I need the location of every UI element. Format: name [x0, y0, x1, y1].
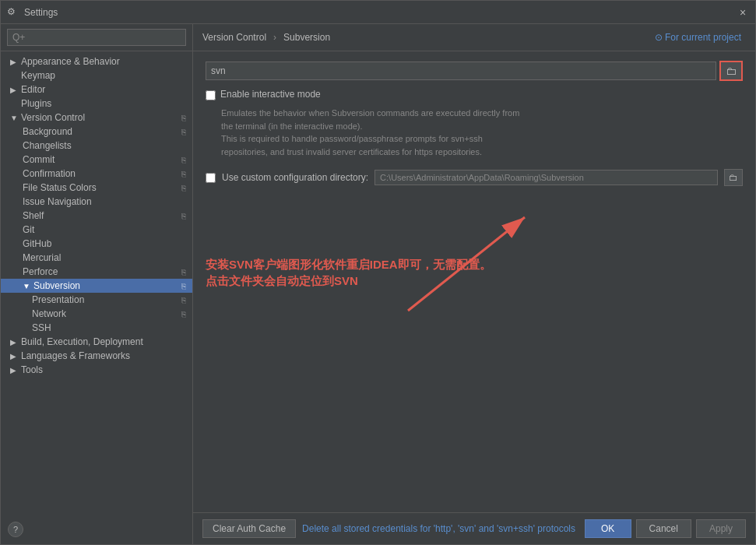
- sidebar-item-issue-navigation[interactable]: Issue Navigation: [1, 195, 192, 209]
- enable-interactive-row: Enable interactive mode: [206, 89, 743, 100]
- sidebar-item-languages-frameworks[interactable]: ▶ Languages & Frameworks: [1, 349, 192, 363]
- annotation-text: 安装SVN客户端图形化软件重启IDEA即可，无需配置。 点击文件夹会自动定位到S…: [206, 256, 491, 289]
- sidebar-item-changelists[interactable]: Changelists: [1, 139, 192, 153]
- sidebar-item-build-execution[interactable]: ▶ Build, Execution, Deployment: [1, 335, 192, 349]
- copy-icon: ⎘: [178, 210, 189, 221]
- help-area: ?: [8, 522, 23, 537]
- sidebar-item-version-control[interactable]: ▼ Version Control ⎘: [1, 111, 192, 125]
- breadcrumb-part1: Version Control: [202, 32, 266, 43]
- custom-config-input[interactable]: [374, 170, 718, 185]
- copy-icon: ⎘: [178, 126, 189, 137]
- copy-icon: ⎘: [178, 280, 189, 291]
- sidebar-item-github[interactable]: GitHub: [1, 237, 192, 251]
- dialog-actions: OK Cancel Apply: [585, 519, 746, 538]
- main-content-area: 🗀 Enable interactive mode Emulates the b…: [193, 51, 755, 512]
- sidebar: ▶ Appearance & Behavior Keymap ▶ Editor …: [1, 24, 193, 544]
- apply-button[interactable]: Apply: [696, 519, 746, 538]
- window-title: Settings: [24, 7, 737, 18]
- desc-line2: the terminal (in the interactive mode).: [221, 120, 743, 133]
- help-button[interactable]: ?: [8, 522, 23, 537]
- copy-icon: ⎘: [178, 294, 189, 305]
- annotation-line1: 安装SVN客户端图形化软件重启IDEA即可，无需配置。: [206, 256, 491, 272]
- sidebar-item-background[interactable]: Background ⎘: [1, 125, 192, 139]
- sidebar-tree: ▶ Appearance & Behavior Keymap ▶ Editor …: [1, 51, 192, 544]
- clear-cache-description: Delete all stored credentials for 'http'…: [302, 523, 575, 534]
- copy-icon: ⎘: [178, 266, 189, 277]
- custom-config-checkbox[interactable]: [206, 173, 216, 183]
- expand-arrow: ▶: [10, 338, 19, 346]
- sidebar-item-network[interactable]: Network ⎘: [1, 307, 192, 321]
- sidebar-item-shelf[interactable]: Shelf ⎘: [1, 209, 192, 223]
- enable-interactive-checkbox[interactable]: [206, 90, 216, 100]
- folder-small-icon: 🗀: [729, 172, 738, 183]
- sidebar-item-tools[interactable]: ▶ Tools: [1, 363, 192, 377]
- copy-icon: ⎘: [178, 168, 189, 179]
- sidebar-item-mercurial[interactable]: Mercurial: [1, 251, 192, 265]
- copy-icon: ⎘: [178, 154, 189, 165]
- expand-arrow: ▼: [10, 114, 19, 122]
- sidebar-item-keymap[interactable]: Keymap: [1, 69, 192, 83]
- annotation-line2: 点击文件夹会自动定位到SVN: [206, 272, 491, 289]
- custom-config-row: Use custom configuration directory: 🗀: [206, 169, 743, 186]
- sidebar-item-commit[interactable]: Commit ⎘: [1, 153, 192, 167]
- copy-icon: ⎘: [178, 112, 189, 123]
- sidebar-item-ssh[interactable]: SSH: [1, 321, 192, 335]
- custom-config-label: Use custom configuration directory:: [222, 172, 368, 183]
- browse-folder-button[interactable]: 🗀: [719, 61, 743, 81]
- annotation-area: 安装SVN客户端图形化软件重启IDEA即可，无需配置。 点击文件夹会自动定位到S…: [206, 209, 743, 350]
- expand-arrow: ▶: [10, 366, 19, 374]
- enable-interactive-label: Enable interactive mode: [220, 89, 321, 100]
- bottom-bar: Clear Auth Cache Delete all stored crede…: [193, 512, 755, 544]
- breadcrumb-header: Version Control › Subversion ⊙ For curre…: [193, 24, 755, 51]
- sidebar-item-confirmation[interactable]: Confirmation ⎘: [1, 167, 192, 181]
- sidebar-item-file-status-colors[interactable]: File Status Colors ⎘: [1, 181, 192, 195]
- close-button[interactable]: ×: [737, 6, 749, 19]
- cancel-button[interactable]: Cancel: [636, 519, 691, 538]
- sidebar-item-editor[interactable]: ▶ Editor: [1, 83, 192, 97]
- expand-arrow: ▶: [10, 352, 19, 360]
- svn-path-row: 🗀: [206, 61, 743, 81]
- custom-config-browse-button[interactable]: 🗀: [724, 169, 743, 186]
- sidebar-item-subversion[interactable]: ▼ Subversion ⎘: [1, 279, 192, 293]
- svn-path-input[interactable]: [206, 62, 716, 80]
- clear-auth-cache-button[interactable]: Clear Auth Cache: [202, 519, 296, 538]
- expand-arrow: ▶: [10, 86, 19, 94]
- search-input[interactable]: [7, 29, 186, 46]
- sidebar-item-perforce[interactable]: Perforce ⎘: [1, 265, 192, 279]
- settings-icon: ⚙: [7, 6, 19, 19]
- settings-window: ⚙ Settings × ▶ Appearance & Behavior Key…: [0, 0, 756, 545]
- copy-icon: ⎘: [178, 308, 189, 319]
- copy-icon: ⎘: [178, 182, 189, 193]
- sidebar-item-git[interactable]: Git: [1, 223, 192, 237]
- desc-line3: This is required to handle password/pass…: [221, 132, 743, 146]
- content-area: ▶ Appearance & Behavior Keymap ▶ Editor …: [1, 24, 755, 544]
- ok-button[interactable]: OK: [585, 519, 631, 538]
- desc-line4: repositories, and trust invalid server c…: [221, 146, 743, 159]
- expand-arrow: ▶: [10, 58, 19, 66]
- title-bar: ⚙ Settings ×: [1, 1, 755, 24]
- breadcrumb-separator: ›: [273, 32, 276, 43]
- desc-line1: Emulates the behavior when Subversion co…: [221, 107, 743, 120]
- search-area: [1, 24, 192, 51]
- breadcrumb-part2: Subversion: [283, 32, 330, 43]
- sidebar-item-appearance[interactable]: ▶ Appearance & Behavior: [1, 54, 192, 69]
- svg-line-1: [408, 217, 525, 311]
- main-panel: Version Control › Subversion ⊙ For curre…: [193, 24, 755, 544]
- for-current-project-button[interactable]: ⊙ For current project: [650, 30, 746, 44]
- folder-icon: 🗀: [726, 65, 737, 77]
- description-block: Emulates the behavior when Subversion co…: [221, 107, 743, 158]
- expand-arrow: ▼: [23, 282, 32, 290]
- annotation-arrow: [283, 202, 556, 326]
- sidebar-item-presentation[interactable]: Presentation ⎘: [1, 293, 192, 307]
- sidebar-item-plugins[interactable]: Plugins: [1, 97, 192, 111]
